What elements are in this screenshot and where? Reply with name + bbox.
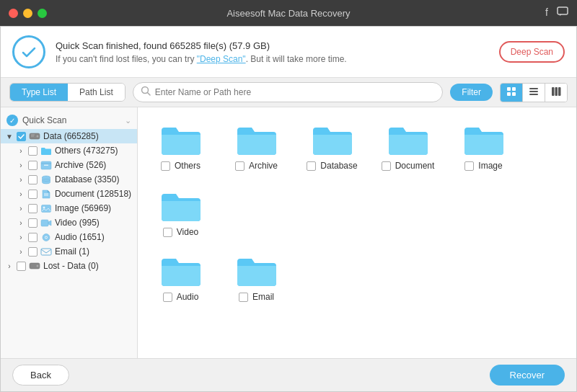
filter-button[interactable]: Filter (450, 84, 493, 101)
file-item-others[interactable]: Others (146, 116, 215, 175)
svg-rect-7 (529, 88, 538, 89)
file-name-audio: Audio (177, 292, 199, 302)
quick-scan-label: Quick Scan (22, 115, 66, 125)
item-checkbox-others[interactable] (28, 146, 38, 156)
scan-title: Quick Scan finished, found 665285 file(s… (56, 40, 565, 51)
sidebar-item-document[interactable]: › Document (128518) (1, 187, 137, 201)
file-checkbox-row-database: Database (302, 161, 362, 171)
sidebar-item-audio[interactable]: › Audio (1651) (1, 230, 137, 244)
item-checkbox-archive[interactable] (28, 161, 38, 170)
item-label-email: Email (1) (55, 246, 131, 257)
recover-button[interactable]: Recover (490, 365, 565, 386)
expand-arrow-others: › (17, 146, 25, 155)
file-checkbox-archive[interactable] (235, 161, 245, 171)
sidebar-item-others[interactable]: › Others (473275) (1, 143, 137, 158)
item-label-data: Data (665285) (43, 131, 131, 141)
back-button[interactable]: Back (12, 365, 69, 386)
svg-point-25 (43, 206, 45, 208)
sidebar-item-video[interactable]: › Video (995) (1, 215, 137, 230)
file-checkbox-image[interactable] (464, 161, 474, 171)
file-checkbox-others[interactable] (161, 161, 170, 171)
tab-path-list[interactable]: Path List (68, 84, 125, 101)
file-item-audio[interactable]: Audio (146, 247, 215, 306)
sidebar-item-data[interactable]: ▼ Data (665285) (1, 129, 137, 143)
item-checkbox-image[interactable] (28, 204, 38, 213)
app-title: Aiseesoft Mac Data Recovery (226, 8, 350, 19)
expand-arrow-archive: › (17, 161, 25, 169)
image-icon (40, 203, 52, 213)
file-item-video[interactable]: Video (146, 182, 215, 241)
file-checkbox-document[interactable] (382, 161, 391, 171)
file-checkbox-audio[interactable] (163, 293, 172, 302)
titlebar: Aiseesoft Mac Data Recovery f (0, 0, 577, 26)
item-checkbox-data[interactable] (17, 132, 26, 141)
file-checkbox-email-file[interactable] (239, 293, 248, 302)
search-input[interactable] (155, 87, 436, 97)
content-area: ✓ Quick Scan ⌄ ▼ Data (66 (1, 107, 576, 358)
main-container: Quick Scan finished, found 665285 file(s… (0, 26, 577, 392)
item-checkbox-video[interactable] (28, 218, 38, 228)
file-name-others: Others (175, 161, 201, 171)
svg-rect-10 (552, 87, 555, 96)
tab-group: Type List Path List (9, 83, 125, 102)
file-item-image[interactable]: Image (449, 116, 518, 175)
minimize-button[interactable] (23, 9, 32, 18)
sidebar-item-image[interactable]: › Image (56969) (1, 201, 137, 215)
sidebar-item-database[interactable]: › Database (3350) (1, 172, 137, 187)
maximize-button[interactable] (38, 9, 47, 18)
folder-svg-image (463, 122, 505, 156)
titlebar-actions: f (545, 6, 568, 20)
svg-point-14 (37, 135, 39, 138)
expand-arrow-database: › (17, 175, 25, 184)
expand-arrow-email: › (17, 247, 25, 256)
item-checkbox-database[interactable] (28, 175, 38, 184)
svg-line-2 (147, 93, 150, 96)
item-label-lost: Lost - Data (0) (43, 261, 131, 271)
file-name-image: Image (478, 161, 502, 171)
item-label-archive: Archive (526) (55, 160, 131, 170)
svg-rect-11 (555, 87, 558, 96)
expand-arrow: ⌄ (125, 116, 131, 125)
video-icon (40, 218, 52, 228)
quick-scan-row[interactable]: ✓ Quick Scan ⌄ (1, 112, 137, 129)
svg-rect-24 (42, 205, 51, 212)
subtitle-pre: If you can't find lost files, you can tr… (56, 54, 197, 64)
item-checkbox-email[interactable] (28, 247, 38, 257)
view-toggles (500, 83, 568, 102)
file-area: Others Archive (138, 107, 576, 358)
file-item-archive[interactable]: Archive (222, 116, 291, 175)
file-item-document[interactable]: Document (374, 116, 442, 175)
item-label-database: Database (3350) (55, 174, 131, 184)
hdd-icon-lost (29, 261, 40, 271)
file-checkbox-row-email: Email (226, 292, 286, 302)
sidebar-item-email[interactable]: › Email (1) (1, 244, 137, 259)
file-item-database[interactable]: Database (298, 116, 366, 175)
audio-icon (40, 232, 52, 242)
item-label-others: Others (473275) (55, 146, 131, 156)
item-checkbox-document[interactable] (28, 190, 38, 199)
file-checkbox-video[interactable] (163, 228, 172, 237)
tab-type-list[interactable]: Type List (10, 84, 68, 101)
close-button[interactable] (9, 9, 18, 18)
checkmark-icon: ✓ (6, 115, 18, 126)
chat-icon[interactable] (557, 6, 568, 20)
deep-scan-button[interactable]: Deep Scan (499, 41, 565, 63)
item-label-audio: Audio (1651) (55, 232, 131, 242)
svg-rect-8 (529, 91, 538, 92)
deep-scan-link[interactable]: "Deep Scan" (197, 54, 246, 64)
item-checkbox-audio[interactable] (28, 233, 38, 242)
sidebar-item-archive[interactable]: › Archive (526) (1, 158, 137, 172)
expand-arrow: ▼ (5, 132, 14, 141)
sidebar-item-lost[interactable]: › Lost - Data (0) (1, 259, 137, 273)
file-checkbox-row-document: Document (378, 161, 438, 171)
window-controls (9, 9, 47, 18)
file-checkbox-database[interactable] (307, 161, 316, 171)
list-view-button[interactable] (523, 84, 545, 102)
file-item-email[interactable]: Email (222, 247, 291, 306)
grid-view-button[interactable] (501, 84, 523, 102)
item-checkbox-lost[interactable] (17, 262, 26, 271)
scan-status-icon (12, 35, 45, 68)
facebook-icon[interactable]: f (545, 6, 548, 20)
column-view-button[interactable] (545, 84, 567, 102)
svg-rect-6 (512, 92, 516, 96)
